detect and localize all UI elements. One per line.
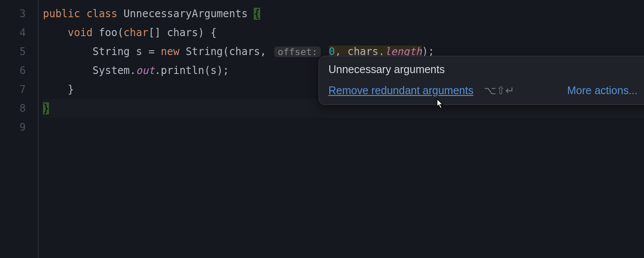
field-out: out bbox=[136, 64, 155, 77]
inspection-title: Unnecessary arguments bbox=[328, 63, 445, 76]
shortcut-hint: ⌥⇧↵ bbox=[484, 84, 514, 97]
line-number: 4 bbox=[0, 23, 38, 42]
inlay-hint-offset: offset: bbox=[274, 46, 321, 57]
code-line[interactable]: public class UnnecessaryArguments { bbox=[43, 4, 644, 23]
line-number: 9 bbox=[0, 118, 38, 137]
code-area[interactable]: public class UnnecessaryArguments { void… bbox=[39, 0, 644, 258]
more-actions-link[interactable]: More actions... bbox=[567, 84, 638, 97]
keyword-class: class bbox=[86, 8, 117, 20]
line-number: 3 bbox=[0, 4, 38, 23]
param-name: chars bbox=[167, 27, 198, 39]
code-line[interactable] bbox=[43, 118, 644, 137]
line-number: 6 bbox=[0, 61, 38, 80]
keyword-new: new bbox=[161, 46, 179, 58]
line-number: 5 bbox=[0, 42, 38, 61]
line-number: 8 bbox=[0, 99, 38, 118]
line-gutter: 3 4 5 6 7 8 9 bbox=[0, 0, 39, 258]
class-name: UnnecessaryArguments bbox=[124, 8, 248, 20]
method-name: foo bbox=[99, 27, 117, 39]
code-editor: 3 4 5 6 7 8 9 public class UnnecessaryAr… bbox=[0, 0, 644, 258]
close-brace: } bbox=[43, 102, 49, 114]
intention-popup: Unnecessary arguments ⋮ Remove redundant… bbox=[319, 56, 644, 105]
keyword-void: void bbox=[68, 27, 93, 39]
quickfix-remove-redundant[interactable]: Remove redundant arguments bbox=[328, 84, 474, 97]
keyword-char: char bbox=[124, 27, 149, 39]
keyword-public: public bbox=[43, 8, 80, 20]
line-number: 7 bbox=[0, 80, 38, 99]
open-brace: { bbox=[254, 8, 260, 20]
code-line[interactable]: void foo(char[] chars) { bbox=[43, 23, 644, 42]
